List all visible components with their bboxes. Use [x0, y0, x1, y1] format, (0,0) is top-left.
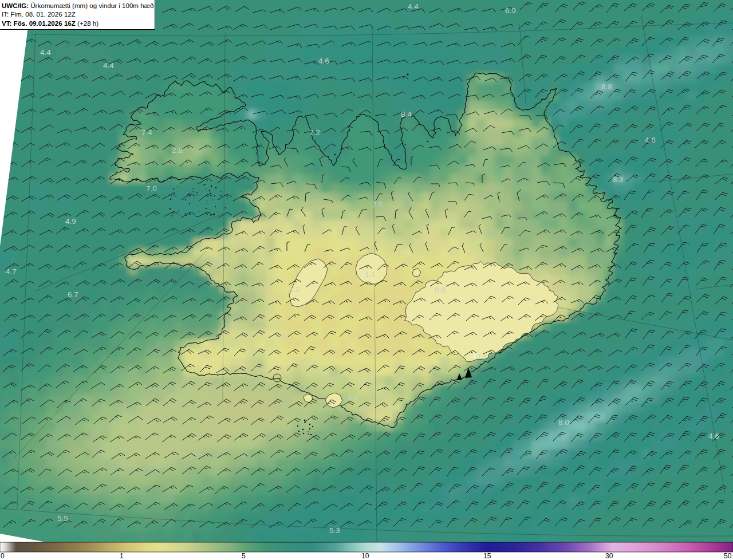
svg-text:4.4: 4.4 [103, 61, 114, 70]
svg-text:3.5: 3.5 [275, 332, 286, 341]
svg-text:10: 10 [361, 552, 369, 560]
svg-text:5.5: 5.5 [57, 514, 68, 523]
svg-text:1: 1 [120, 552, 124, 560]
svg-text:50: 50 [724, 552, 732, 560]
svg-text:2.7: 2.7 [127, 254, 138, 262]
svg-text:4.6: 4.6 [708, 432, 719, 440]
svg-text:4.9: 4.9 [65, 217, 76, 226]
svg-text:5: 5 [242, 552, 246, 560]
svg-text:7.4: 7.4 [141, 128, 152, 137]
svg-text:1.1: 1.1 [348, 393, 358, 401]
svg-text:1.1: 1.1 [365, 270, 376, 279]
svg-text:8.8: 8.8 [601, 82, 612, 91]
svg-text:6.7: 6.7 [68, 290, 78, 299]
svg-text:0.8: 0.8 [435, 286, 446, 294]
svg-text:8.4: 8.4 [401, 110, 412, 119]
svg-text:2.5: 2.5 [372, 200, 383, 209]
svg-text:1.2: 1.2 [289, 285, 300, 294]
svg-text:4.6: 4.6 [318, 57, 329, 65]
svg-text:4.7: 4.7 [6, 267, 17, 276]
svg-text:5.3: 5.3 [329, 526, 340, 535]
svg-text:4.8: 4.8 [645, 136, 656, 144]
svg-text:0: 0 [1, 552, 5, 560]
svg-text:30: 30 [605, 552, 613, 560]
svg-text:7.2: 7.2 [309, 128, 320, 137]
svg-text:15: 15 [483, 552, 491, 560]
svg-text:2.8: 2.8 [172, 146, 183, 155]
svg-text:8.3: 8.3 [613, 175, 624, 184]
svg-text:4.4: 4.4 [408, 2, 419, 11]
svg-text:7.0: 7.0 [146, 184, 157, 193]
svg-text:8.0: 8.0 [558, 418, 569, 427]
svg-text:6.9: 6.9 [505, 6, 516, 15]
svg-text:0.9: 0.9 [476, 352, 487, 361]
svg-text:4.4: 4.4 [40, 48, 51, 57]
